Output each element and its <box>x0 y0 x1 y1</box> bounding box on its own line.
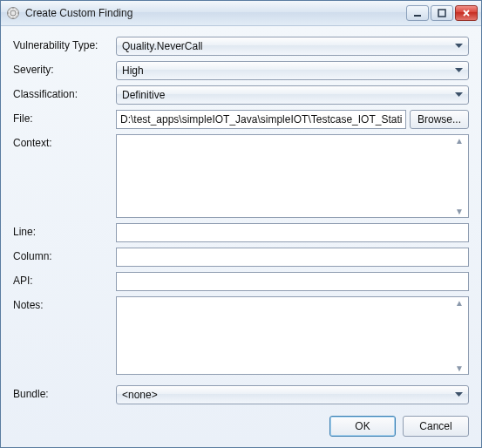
label-file: File: <box>13 110 111 129</box>
label-line: Line: <box>13 223 111 242</box>
notes-wrap: ▲▼ <box>116 296 469 375</box>
label-classification: Classification: <box>13 85 111 105</box>
classification-combo[interactable]: Definitive <box>116 85 469 105</box>
notes-textarea[interactable] <box>116 296 469 375</box>
severity-combo[interactable]: High <box>116 61 469 80</box>
label-severity: Severity: <box>13 61 111 80</box>
dialog-window: Create Custom Finding Vulnerability Type… <box>0 0 482 448</box>
form: Vulnerability Type: Quality.NeverCall Se… <box>13 37 469 404</box>
app-icon <box>6 6 20 20</box>
classification-value: Definitive <box>122 89 455 101</box>
api-input[interactable] <box>116 272 469 291</box>
client-area: Vulnerability Type: Quality.NeverCall Se… <box>1 26 481 447</box>
file-input[interactable] <box>116 110 406 129</box>
svg-rect-2 <box>414 15 421 17</box>
chevron-down-icon <box>455 68 463 73</box>
context-wrap: ▲▼ <box>116 134 469 218</box>
close-button[interactable] <box>455 5 478 21</box>
browse-button[interactable]: Browse... <box>410 110 469 129</box>
chevron-down-icon <box>455 392 463 397</box>
column-input[interactable] <box>116 248 469 267</box>
label-notes: Notes: <box>13 296 111 375</box>
label-context: Context: <box>13 134 111 218</box>
maximize-button[interactable] <box>431 5 453 21</box>
ok-button[interactable]: OK <box>329 416 396 437</box>
titlebar: Create Custom Finding <box>1 1 481 26</box>
severity-value: High <box>122 64 455 77</box>
label-api: API: <box>13 272 111 291</box>
file-row: Browse... <box>116 110 469 129</box>
bundle-value: <none> <box>122 389 455 401</box>
chevron-down-icon <box>455 44 463 49</box>
window-buttons <box>406 5 479 21</box>
vulnerability-type-combo[interactable]: Quality.NeverCall <box>116 37 469 56</box>
svg-rect-3 <box>438 10 445 17</box>
label-bundle: Bundle: <box>13 380 111 404</box>
chevron-down-icon <box>455 92 463 98</box>
label-column: Column: <box>13 248 111 267</box>
line-input[interactable] <box>116 223 469 242</box>
minimize-button[interactable] <box>406 5 429 21</box>
bundle-combo[interactable]: <none> <box>116 385 469 404</box>
vulnerability-type-value: Quality.NeverCall <box>122 40 455 52</box>
cancel-button[interactable]: Cancel <box>403 416 469 437</box>
dialog-footer: OK Cancel <box>13 405 469 437</box>
window-title: Create Custom Finding <box>25 7 406 19</box>
label-vulnerability-type: Vulnerability Type: <box>13 37 111 56</box>
context-textarea[interactable] <box>116 134 469 218</box>
